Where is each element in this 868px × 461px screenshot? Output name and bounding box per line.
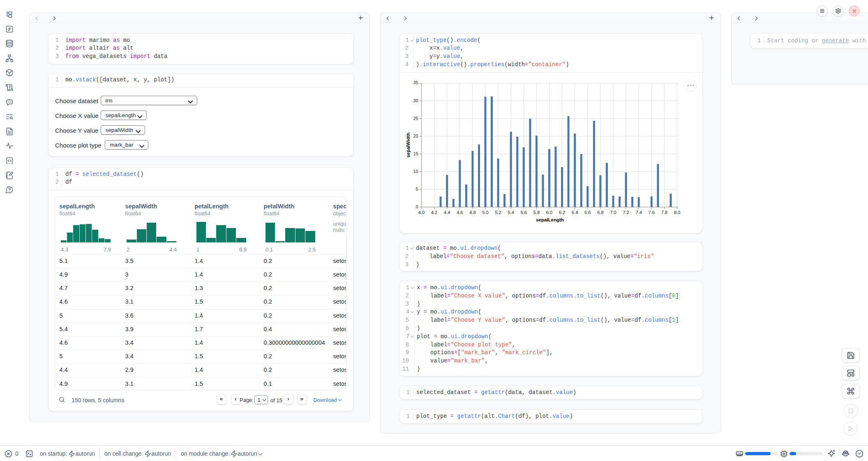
svg-text:6.0: 6.0 [546,210,552,214]
svg-text:4.2: 4.2 [431,210,437,214]
svg-text:5: 5 [416,186,418,191]
svg-text:20: 20 [413,133,418,138]
svg-text:15: 15 [413,151,418,156]
svg-text:5.0: 5.0 [482,210,488,214]
svg-text:4.8: 4.8 [469,210,476,214]
svg-text:25: 25 [413,115,418,120]
svg-text:6.6: 6.6 [584,210,591,214]
svg-text:6.8: 6.8 [597,210,603,214]
svg-text:7.8: 7.8 [661,210,667,214]
svg-text:4.4: 4.4 [444,210,450,214]
svg-text:0: 0 [416,204,418,209]
svg-text:4.6: 4.6 [457,210,463,214]
svg-text:10: 10 [413,168,418,173]
svg-text:30: 30 [413,98,418,103]
svg-text:sepalWidth: sepalWidth [406,132,411,157]
svg-text:6.2: 6.2 [559,210,565,214]
svg-text:7.4: 7.4 [636,210,642,214]
svg-text:5.8: 5.8 [533,210,540,214]
svg-text:6.4: 6.4 [572,210,578,214]
svg-text:5.2: 5.2 [495,210,501,214]
svg-text:5.4: 5.4 [508,210,514,214]
svg-text:8.0: 8.0 [674,210,680,214]
svg-text:7.0: 7.0 [610,210,616,214]
svg-text:35: 35 [413,80,418,85]
svg-text:7.6: 7.6 [649,210,655,214]
svg-text:5.6: 5.6 [521,210,527,214]
svg-text:sepalLength: sepalLength [536,217,564,222]
svg-text:7.2: 7.2 [623,210,629,214]
svg-text:4.0: 4.0 [418,210,425,214]
